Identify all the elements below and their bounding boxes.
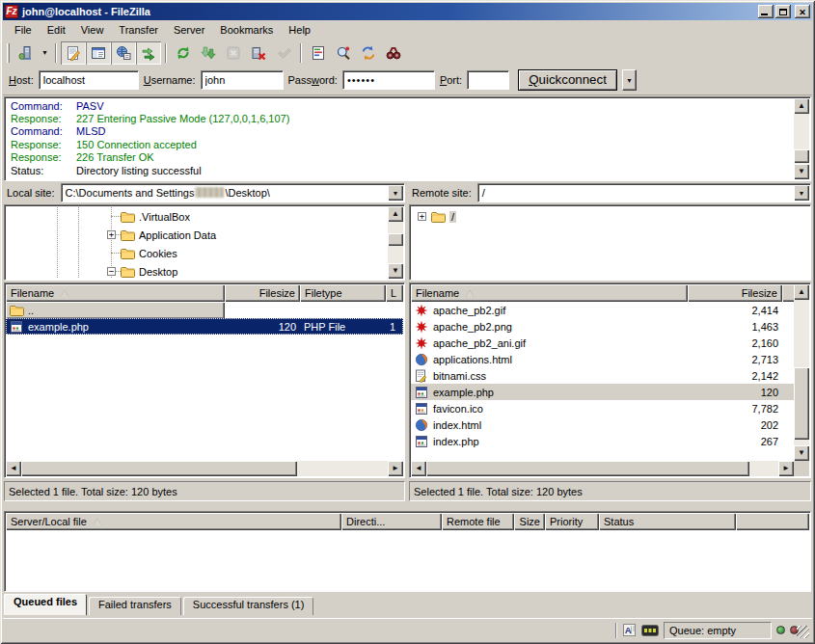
scroll-up-button[interactable]: [794, 98, 809, 114]
column-header-filename[interactable]: Filename: [411, 284, 688, 302]
menu-server[interactable]: Server: [166, 21, 212, 39]
refresh-icon: [176, 45, 191, 61]
scrollbar-thumb[interactable]: [794, 149, 809, 163]
local-tree-scrollbar[interactable]: [388, 206, 403, 279]
scroll-down-button[interactable]: [794, 164, 809, 179]
column-header-size[interactable]: Size: [514, 513, 545, 530]
column-header-status[interactable]: Status: [599, 513, 736, 530]
find-files-button[interactable]: [381, 41, 406, 65]
process-queue-button[interactable]: [196, 41, 221, 65]
reconnect-button[interactable]: [271, 41, 296, 65]
synchronized-browsing-button[interactable]: [356, 41, 381, 65]
remote-site-path-combo[interactable]: /: [477, 183, 811, 202]
tree-expander-minus-icon[interactable]: [107, 267, 116, 276]
column-header-remote-file[interactable]: Remote file: [442, 513, 514, 530]
tree-item-cookies[interactable]: Cookies: [7, 244, 402, 262]
directory-filters-button[interactable]: [306, 41, 331, 65]
maximize-button[interactable]: [775, 5, 791, 18]
scroll-down-button[interactable]: [388, 263, 403, 279]
scrollbar-track[interactable]: [794, 300, 809, 445]
scrollbar-thumb[interactable]: [794, 367, 809, 440]
tree-expander-plus-icon[interactable]: [107, 230, 116, 239]
resize-grip[interactable]: [797, 626, 809, 638]
file-row-applications-html[interactable]: applications.html2,713: [411, 351, 794, 367]
file-row-blank[interactable]: ..: [6, 302, 403, 318]
scroll-down-button[interactable]: [794, 445, 809, 461]
local-path-dropdown-button[interactable]: [388, 185, 403, 201]
host-input[interactable]: [39, 70, 139, 90]
column-header-filesize[interactable]: Filesize: [688, 284, 782, 302]
site-manager-dropdown-button[interactable]: [39, 41, 51, 65]
column-header-server-local-file[interactable]: Server/Local file: [6, 513, 341, 530]
tree-item-application-data[interactable]: Application Data: [7, 226, 402, 244]
tree-expander-plus-icon[interactable]: [418, 212, 426, 221]
menu-bookmarks[interactable]: Bookmarks: [212, 21, 281, 39]
file-row-apache-pb2-png[interactable]: apache_pb2.png1,463: [411, 318, 794, 335]
tree-item-desktop[interactable]: Desktop: [7, 262, 402, 281]
menu-view[interactable]: View: [73, 21, 112, 39]
speed-limits-icon[interactable]: [641, 625, 659, 636]
remote-list-vscrollbar[interactable]: [794, 284, 809, 461]
menu-file[interactable]: File: [7, 21, 40, 39]
quickconnect-button[interactable]: Quickconnect: [518, 69, 617, 91]
menu-help[interactable]: Help: [281, 21, 318, 39]
disconnect-button[interactable]: [246, 41, 271, 65]
tree-item-virtualbox[interactable]: .VirtualBox: [7, 207, 402, 226]
scroll-right-button[interactable]: [778, 461, 794, 476]
tab-successful-transfers-1[interactable]: Successful transfers (1): [183, 597, 314, 615]
scroll-left-button[interactable]: [6, 461, 21, 476]
local-site-path-combo[interactable]: C:\Documents and Settings\Desktop\: [61, 183, 405, 202]
file-row-apache-pb2-gif[interactable]: apache_pb2.gif2,414: [411, 302, 794, 318]
column-header-filesize[interactable]: Filesize: [225, 284, 300, 302]
site-manager-button[interactable]: [14, 41, 39, 65]
file-row-example-php[interactable]: example.php120PHP File1: [6, 318, 403, 335]
tab-queued-files[interactable]: Queued files: [4, 594, 87, 615]
scrollbar-thumb[interactable]: [388, 233, 403, 246]
username-input[interactable]: [201, 70, 284, 90]
minimize-button[interactable]: [758, 5, 774, 18]
port-input[interactable]: [467, 70, 509, 90]
toolbar-grip[interactable]: [7, 43, 10, 63]
quickconnect-dropdown-button[interactable]: [622, 69, 637, 91]
toggle-remote-tree-button[interactable]: [111, 41, 136, 65]
file-row-favicon-ico[interactable]: favicon.ico7,782: [411, 400, 794, 416]
tree-item-label: Cookies: [139, 248, 177, 259]
scroll-up-button[interactable]: [388, 206, 403, 222]
column-header-filetype[interactable]: Filetype: [300, 284, 386, 302]
refresh-button[interactable]: [171, 41, 196, 65]
column-header-directi[interactable]: Directi...: [341, 513, 442, 530]
scroll-left-button[interactable]: [411, 461, 426, 476]
scrollbar-track[interactable]: [21, 461, 388, 476]
file-row-example-php[interactable]: example.php120: [411, 384, 794, 400]
file-row-index-html[interactable]: index.html202: [411, 416, 794, 433]
scrollbar-thumb[interactable]: [21, 461, 297, 476]
menu-edit[interactable]: Edit: [40, 21, 73, 39]
column-header-l[interactable]: L: [386, 284, 403, 302]
scroll-up-button[interactable]: [794, 284, 809, 300]
menu-transfer[interactable]: Transfer: [111, 21, 166, 39]
column-header-filename[interactable]: Filename: [6, 284, 225, 302]
scrollbar-track[interactable]: [388, 222, 403, 263]
local-list-hscrollbar[interactable]: [6, 461, 403, 476]
remote-list-hscrollbar[interactable]: [411, 461, 794, 476]
tree-item-blank[interactable]: /: [412, 207, 808, 226]
file-row-apache-pb2-ani-gif[interactable]: apache_pb2_ani.gif2,160: [411, 335, 794, 351]
scrollbar-track[interactable]: [426, 461, 778, 476]
remote-path-dropdown-button[interactable]: [794, 185, 809, 201]
scrollbar-thumb[interactable]: [426, 461, 749, 476]
close-button[interactable]: [795, 5, 810, 18]
column-header-priority[interactable]: Priority: [545, 513, 599, 530]
toggle-local-tree-button[interactable]: [86, 41, 111, 65]
tab-failed-transfers[interactable]: Failed transfers: [89, 597, 181, 615]
file-row-index-php[interactable]: index.php267: [411, 433, 794, 449]
password-input[interactable]: [342, 70, 435, 90]
toggle-message-log-button[interactable]: [61, 41, 86, 65]
scrollbar-track[interactable]: [794, 114, 809, 164]
toggle-transfer-queue-button[interactable]: [136, 41, 161, 65]
scroll-right-button[interactable]: [388, 461, 403, 476]
data-type-indicator-icon[interactable]: A: [622, 623, 637, 637]
cancel-operation-button[interactable]: [221, 41, 246, 65]
file-row-bitnami-css[interactable]: bitnami.css2,142: [411, 367, 794, 384]
message-log-scrollbar[interactable]: [794, 98, 809, 179]
compare-directories-button[interactable]: [331, 41, 356, 65]
